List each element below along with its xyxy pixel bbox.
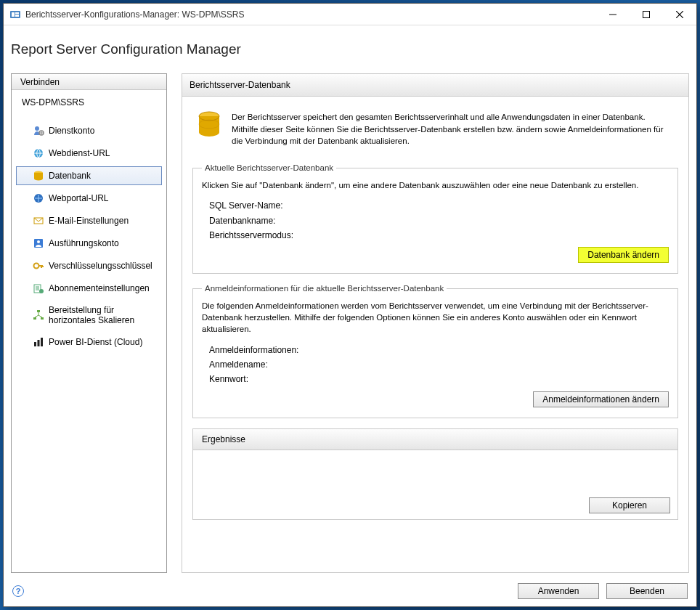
svg-rect-3: [15, 15, 19, 17]
field-report-server-mode: Berichtsservermodus:: [209, 228, 669, 243]
panel-body: Der Berichtsserver speichert den gesamte…: [182, 97, 689, 573]
svg-point-20: [37, 240, 40, 243]
sidebar: Verbinden WS-DPM\SSRS DienstkontoWebdien…: [11, 73, 167, 573]
svg-rect-25: [33, 317, 36, 320]
panel-intro: Der Berichtsserver speichert den gesamte…: [192, 104, 678, 160]
copy-button[interactable]: Kopieren: [589, 497, 670, 513]
content-area: Berichtsserver-Datenbank Der Berichtsser…: [182, 73, 689, 573]
field-password: Kennwort:: [209, 372, 669, 386]
sidebar-item-label: Dienstkonto: [49, 126, 94, 136]
sidebar-item-label: E-Mail-Einstellungen: [49, 216, 129, 226]
sidebar-item-label: Datenbank: [49, 171, 91, 181]
group2-help: Die folgenden Anmeldeinformationen werde…: [202, 300, 669, 335]
sidebar-item-label: Abonnementeinstellungen: [49, 283, 150, 293]
results-label: Ergebnisse: [202, 434, 245, 444]
svg-rect-29: [41, 338, 43, 346]
sidebar-header-label: Verbinden: [20, 77, 60, 87]
group-current-database: Aktuelle Berichtsserver-Datenbank Klicke…: [192, 163, 678, 274]
svg-point-23: [39, 289, 44, 293]
sidebar-server-node[interactable]: WS-DPM\SSRS: [12, 90, 166, 112]
help-icon[interactable]: ?: [12, 585, 24, 597]
sidebar-item-power-bi-dienst-cloud-[interactable]: Power BI-Dienst (Cloud): [16, 333, 162, 351]
window-title: Berichtsserver-Konfigurations-Manager: W…: [25, 9, 244, 20]
sidebar-item-bereitstellung-f-r-horizontales-skalieren[interactable]: Bereitstellung für horizontales Skaliere…: [16, 301, 162, 329]
sidebar-item-abonnementeinstellungen[interactable]: Abonnementeinstellungen: [16, 279, 162, 298]
sidebar-connect-button[interactable]: Verbinden: [12, 74, 166, 90]
panel-title-bar: Berichtsserver-Datenbank: [182, 73, 689, 97]
sidebar-item-label: Ausführungskonto: [49, 238, 119, 248]
field-login: Anmeldename:: [209, 357, 669, 372]
maximize-button[interactable]: [630, 4, 663, 25]
sidebar-item-label: Verschlüsselungsschlüssel: [49, 261, 152, 271]
app-body: Verbinden WS-DPM\SSRS DienstkontoWebdien…: [4, 73, 696, 577]
sidebar-server-label: WS-DPM\SSRS: [22, 97, 84, 107]
footer: ? Anwenden Beenden: [4, 577, 696, 606]
sidebar-item-verschl-sselungsschl-ssel[interactable]: Verschlüsselungsschlüssel: [16, 256, 162, 275]
sidebar-item-label: Webdienst-URL: [49, 148, 110, 158]
results-body: Kopieren: [192, 450, 678, 520]
sidebar-item-dienstkonto[interactable]: Dienstkonto: [16, 121, 162, 140]
group-credentials: Anmeldeinformationen für die aktuelle Be…: [192, 284, 678, 418]
svg-point-13: [35, 126, 39, 131]
sidebar-item-label: Bereitstellung für horizontales Skaliere…: [49, 305, 157, 325]
subscription-settings-icon: [33, 282, 44, 294]
sidebar-item-label: Power BI-Dienst (Cloud): [49, 337, 142, 347]
group2-legend: Anmeldeinformationen für die aktuelle Be…: [202, 284, 447, 293]
change-credentials-button[interactable]: Anmeldeinformationen ändern: [533, 391, 669, 407]
sidebar-item-webportal-url[interactable]: Webportal-URL: [16, 189, 162, 208]
database-icon: [197, 111, 221, 140]
panel-title: Berichtsserver-Datenbank: [190, 80, 290, 90]
app-icon: [9, 9, 21, 20]
close-button[interactable]: [663, 4, 696, 25]
svg-rect-1: [12, 12, 15, 17]
sidebar-item-ausf-hrungskonto[interactable]: Ausführungskonto: [16, 234, 162, 253]
app-title: Report Server Configuration Manager: [11, 41, 696, 57]
minimize-button[interactable]: [596, 4, 630, 25]
svg-rect-26: [41, 317, 44, 320]
exit-button[interactable]: Beenden: [606, 583, 688, 599]
svg-point-21: [34, 264, 39, 269]
sidebar-item-webdienst-url[interactable]: Webdienst-URL: [16, 144, 162, 163]
app-header: Report Server Configuration Manager: [4, 25, 696, 73]
app-window: Berichtsserver-Konfigurations-Manager: W…: [3, 3, 697, 607]
group1-legend: Aktuelle Berichtsserver-Datenbank: [202, 163, 336, 172]
sidebar-item-e-mail-einstellungen[interactable]: E-Mail-Einstellungen: [16, 211, 162, 230]
field-credentials: Anmeldeinformationen:: [209, 343, 669, 357]
powerbi-icon: [33, 336, 44, 348]
service-account-icon: [33, 125, 44, 137]
group1-help: Klicken Sie auf "Datenbank ändern", um e…: [202, 179, 669, 191]
apply-button[interactable]: Anwenden: [518, 583, 599, 599]
svg-rect-28: [38, 340, 40, 346]
sidebar-item-datenbank[interactable]: Datenbank: [16, 166, 162, 185]
field-sql-server-name: SQL Server-Name:: [209, 198, 669, 213]
webservice-url-icon: [33, 147, 44, 159]
svg-rect-27: [34, 342, 36, 346]
sidebar-item-label: Webportal-URL: [49, 193, 108, 203]
svg-rect-24: [37, 310, 40, 312]
webportal-url-icon: [33, 192, 44, 204]
titlebar: Berichtsserver-Konfigurations-Manager: W…: [4, 4, 696, 25]
execution-account-icon: [33, 237, 44, 249]
svg-rect-5: [643, 11, 650, 17]
change-database-button[interactable]: Datenbank ändern: [578, 247, 669, 263]
field-database-name: Datenbankname:: [209, 214, 669, 228]
database-icon: [33, 170, 44, 182]
svg-rect-2: [15, 12, 19, 14]
scaleout-icon: [33, 309, 44, 321]
panel-intro-text: Der Berichtsserver speichert den gesamte…: [232, 111, 674, 147]
results-header: Ergebnisse: [192, 428, 678, 450]
email-settings-icon: [33, 215, 44, 227]
encryption-keys-icon: [33, 260, 44, 272]
